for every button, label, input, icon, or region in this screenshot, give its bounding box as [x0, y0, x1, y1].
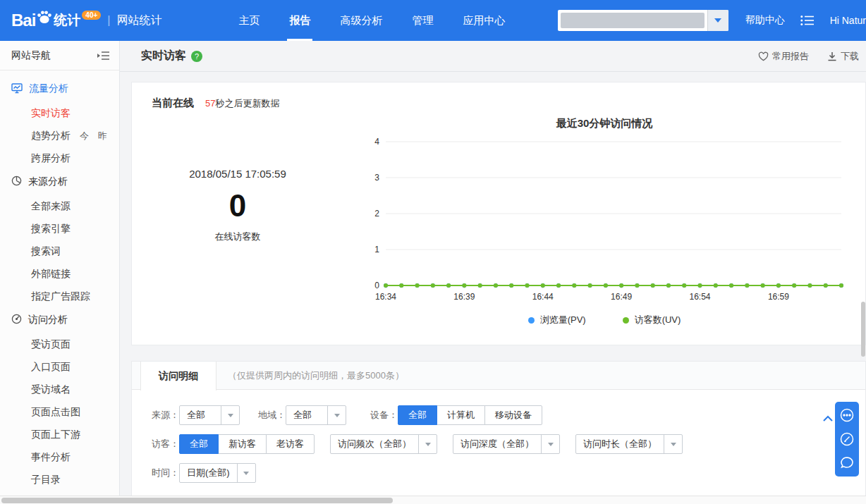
svg-text:16:49: 16:49 — [611, 292, 632, 302]
legend-item-pv: 浏览量(PV) — [528, 314, 586, 326]
time-filter-label: 时间： — [152, 467, 179, 479]
svg-text:16:39: 16:39 — [453, 292, 475, 302]
nav-app-center[interactable]: 应用中心 — [448, 0, 520, 41]
nav-home[interactable]: 主页 — [224, 0, 274, 41]
message-icon[interactable] — [839, 455, 855, 471]
svg-text:4: 4 — [374, 137, 379, 147]
main-content: 实时访客 ? 常用报告 下载 当前在线 57 秒之后更新数据 2018/05/1… — [120, 41, 866, 496]
consult-icon[interactable] — [839, 407, 855, 423]
visitor-all-button[interactable]: 全部 — [179, 434, 219, 454]
device-mobile-button[interactable]: 移动设备 — [484, 405, 542, 425]
sidebar-collapse-icon[interactable] — [97, 51, 109, 61]
nav-manage[interactable]: 管理 — [397, 0, 448, 41]
visit-depth-value: 访问深度（全部） — [453, 438, 541, 450]
sidebar-item-cross-screen[interactable]: 跨屏分析 — [0, 147, 119, 169]
online-summary: 2018/05/15 17:05:59 0 在线访客数 — [132, 110, 343, 326]
visit-depth-select[interactable]: 访问深度（全部） — [453, 434, 560, 454]
sidebar-item-search-engines[interactable]: 搜索引擎 — [0, 217, 119, 240]
visit-frequency-value: 访问频次（全部） — [331, 438, 418, 450]
sidebar-item-visited-pages[interactable]: 受访页面 — [0, 333, 119, 355]
source-filter-label: 来源： — [152, 409, 179, 422]
chevron-down-icon[interactable] — [418, 435, 437, 453]
user-greeting[interactable]: Hi Natur — [830, 15, 866, 26]
baidu-tongji-logo[interactable]: Bai 统计 40+ | 网站统计 — [11, 11, 161, 30]
sidebar-item-page-flow[interactable]: 页面上下游 — [0, 423, 119, 445]
quick-link-yesterday[interactable]: 昨 — [98, 130, 107, 141]
page-header: 实时访客 ? 常用报告 下载 — [120, 41, 866, 72]
group-source-analysis[interactable]: 来源分析 — [0, 169, 119, 195]
device-all-button[interactable]: 全部 — [398, 405, 437, 425]
tab-strip: 访问明细 （仅提供两周内的访问明细，最多5000条） — [132, 362, 865, 390]
group-traffic-analysis[interactable]: 流量分析 — [0, 76, 119, 102]
logo-text-tongji: 统计 — [54, 11, 80, 30]
sidebar-item-realtime-visitors[interactable]: 实时访客 — [0, 102, 119, 124]
quick-link-today[interactable]: 今 — [80, 130, 89, 141]
sidebar-title: 网站导航 — [11, 49, 51, 62]
legend-item-uv: 访客数(UV) — [623, 314, 681, 326]
source-select[interactable]: 全部 — [179, 405, 240, 425]
sidebar-item-external-links[interactable]: 外部链接 — [0, 262, 119, 285]
filter-row-2: 访客： 全部 新访客 老访客 访问频次（全部） 访问深度（全部） — [152, 434, 846, 454]
floating-support-widget — [835, 402, 859, 477]
nav-advanced-analysis[interactable]: 高级分析 — [325, 0, 397, 41]
gauge-icon — [11, 314, 22, 326]
monitor-icon — [11, 82, 23, 96]
group-visit-analysis[interactable]: 访问分析 — [0, 307, 119, 333]
chevron-down-icon[interactable] — [327, 406, 346, 424]
content-area: 当前在线 57 秒之后更新数据 2018/05/15 17:05:59 0 在线… — [120, 72, 866, 496]
svg-text:3: 3 — [374, 173, 379, 183]
online-visitor-label: 在线访客数 — [132, 231, 343, 243]
chart-legend: 浏览量(PV) 访客数(UV) — [343, 314, 865, 326]
sidebar-item-all-sources[interactable]: 全部来源 — [0, 195, 119, 217]
date-select[interactable]: 日期(全部) — [179, 463, 256, 483]
realtime-panel: 当前在线 57 秒之后更新数据 2018/05/15 17:05:59 0 在线… — [131, 82, 866, 345]
panel-head: 当前在线 57 秒之后更新数据 — [132, 82, 865, 110]
filter-panel: 来源： 全部 地域： 全部 设备： 全部 计算机 移动设备 — [132, 390, 865, 496]
legend-label-pv: 浏览量(PV) — [540, 314, 586, 326]
help-question-icon[interactable]: ? — [191, 51, 202, 62]
sidebar-item-event-analysis[interactable]: 事件分析 — [0, 445, 119, 468]
download-link[interactable]: 下载 — [827, 50, 859, 63]
sidebar-item-entry-pages[interactable]: 入口页面 — [0, 355, 119, 378]
svg-text:16:34: 16:34 — [375, 292, 396, 302]
visit-frequency-select[interactable]: 访问频次（全部） — [330, 434, 437, 454]
main-nav: 主页 报告 高级分析 管理 应用中心 — [224, 0, 520, 41]
visitor-new-button[interactable]: 新访客 — [218, 434, 267, 454]
chevron-down-icon[interactable] — [707, 10, 728, 31]
svg-text:16:44: 16:44 — [532, 292, 554, 302]
navbar-right: 帮助中心 Hi Natur — [558, 10, 866, 31]
chevron-down-icon[interactable] — [221, 406, 239, 424]
visit-detail-panel: 访问明细 （仅提供两周内的访问明细，最多5000条） 来源： 全部 地域： 全部… — [131, 361, 866, 496]
sidebar-item-search-terms[interactable]: 搜索词 — [0, 240, 119, 262]
sidebar-item-page-click-map[interactable]: 页面点击图 — [0, 400, 119, 423]
sidebar-item-trend-analysis[interactable]: 趋势分析 今 昨 — [0, 124, 119, 147]
visit-duration-select[interactable]: 访问时长（全部） — [575, 434, 683, 454]
device-computer-button[interactable]: 计算机 — [437, 405, 485, 425]
chevron-down-icon[interactable] — [237, 464, 255, 482]
region-select[interactable]: 全部 — [286, 405, 346, 425]
feedback-icon[interactable] — [839, 431, 855, 447]
item-label: 趋势分析 — [31, 130, 71, 141]
horizontal-scrollbar-thumb[interactable] — [1, 498, 393, 503]
vertical-scrollbar-thumb[interactable] — [861, 302, 865, 357]
sidebar-item-ad-tracking[interactable]: 指定广告跟踪 — [0, 285, 119, 307]
visitor-button-group: 全部 新访客 老访客 — [179, 434, 315, 454]
tab-visit-detail[interactable]: 访问明细 — [140, 362, 216, 391]
svg-text:16:59: 16:59 — [768, 292, 789, 302]
chevron-down-icon[interactable] — [664, 435, 682, 453]
sidebar-item-visited-domains[interactable]: 受访域名 — [0, 378, 119, 400]
chevron-down-icon[interactable] — [541, 435, 559, 453]
collapse-filters-button[interactable] — [823, 415, 833, 422]
report-list-icon[interactable] — [800, 15, 815, 26]
help-center-link[interactable]: 帮助中心 — [745, 14, 785, 27]
uv-dot-icon — [623, 317, 629, 324]
visitor-returning-button[interactable]: 老访客 — [266, 434, 315, 454]
nav-report[interactable]: 报告 — [274, 0, 325, 41]
redacted-site-name — [561, 13, 705, 28]
online-visitor-count: 0 — [132, 188, 343, 223]
site-select[interactable] — [558, 10, 728, 31]
svg-text:0: 0 — [374, 281, 379, 290]
favorite-report-link[interactable]: 常用报告 — [758, 50, 809, 63]
sidebar-header: 网站导航 — [0, 41, 119, 70]
sidebar-item-subdirectory[interactable]: 子目录 — [0, 468, 119, 491]
